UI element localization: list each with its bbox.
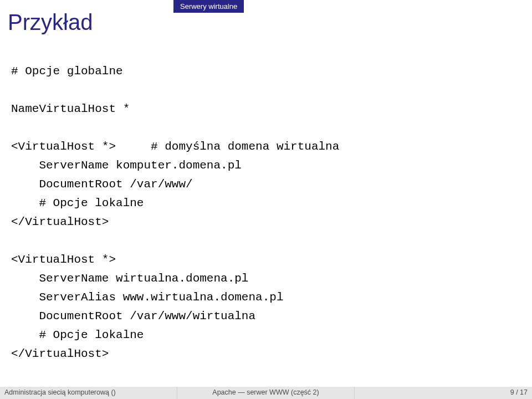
footer-left: Administracja siecią komputerową () (0, 387, 177, 399)
slide-title: Przykład (8, 10, 93, 35)
code-block: # Opcje globalne NameVirtualHost * <Virt… (11, 62, 521, 364)
footer-center: Apache — serwer WWW (część 2) (177, 387, 355, 399)
footer: Administracja siecią komputerową () Apac… (0, 387, 532, 399)
code-line: # Opcje lokalne (11, 197, 144, 209)
code-line: </VirtualHost> (11, 216, 109, 228)
code-line: ServerName wirtualna.domena.pl (11, 272, 248, 285)
code-line: NameVirtualHost * (11, 103, 130, 115)
section-tab: Serwery wirtualne (173, 0, 244, 13)
footer-right: 9 / 17 (355, 387, 532, 399)
code-line: # Opcje lokalne (11, 329, 144, 341)
code-line: # Opcje globalne (11, 65, 123, 78)
code-line: <VirtualHost *> # domyślna domena wirtua… (11, 140, 339, 153)
code-line: ServerAlias www.wirtualna.domena.pl (11, 291, 283, 304)
code-line: DocumentRoot /var/www/wirtualna (11, 310, 255, 323)
slide-content: # Opcje globalne NameVirtualHost * <Virt… (11, 62, 521, 364)
code-line: </VirtualHost> (11, 347, 109, 360)
code-line: ServerName komputer.domena.pl (11, 159, 242, 172)
code-line: DocumentRoot /var/www/ (11, 178, 193, 191)
code-line: <VirtualHost *> (11, 253, 116, 266)
